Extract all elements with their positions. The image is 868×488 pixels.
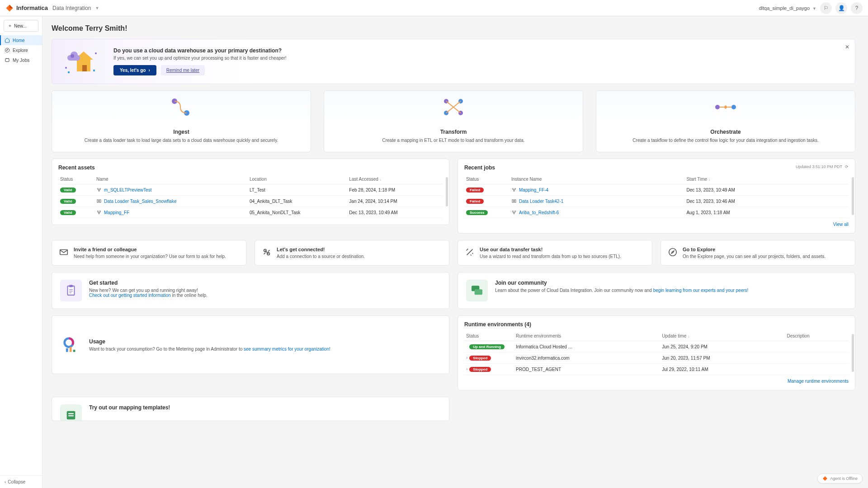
col-status[interactable]: Status bbox=[464, 331, 514, 341]
expand-icon[interactable]: › bbox=[466, 355, 467, 360]
col-location[interactable]: Location bbox=[248, 174, 347, 184]
svg-marker-1 bbox=[9, 5, 13, 8]
org-selector[interactable]: dltqa_simple_di_paygo ▼ bbox=[759, 5, 816, 11]
table-row[interactable]: ValidData Loader Task_Sales_Snowflake04_… bbox=[58, 196, 443, 207]
community-link[interactable]: begin learning from our experts and your… bbox=[653, 288, 749, 293]
col-updated[interactable]: Update time↓ bbox=[660, 331, 785, 341]
transform-illustration bbox=[324, 91, 583, 123]
scrollbar[interactable] bbox=[852, 177, 854, 215]
card-explore[interactable]: Go to ExploreOn the Explore page, you ca… bbox=[660, 240, 855, 266]
chat-icon bbox=[466, 280, 488, 301]
refresh-icon[interactable]: ⟳ bbox=[845, 164, 849, 169]
help-icon[interactable]: ? bbox=[851, 2, 863, 14]
card-transfer[interactable]: Use our data transfer task!Use a wizard … bbox=[458, 240, 652, 266]
updated-cell: Jun 25, 2024, 9:20 PM bbox=[660, 341, 785, 352]
svg-point-20 bbox=[731, 105, 736, 109]
svg-rect-54 bbox=[70, 347, 72, 352]
asset-link[interactable]: m_SQLELTPreviewTest bbox=[104, 188, 151, 192]
card-connected[interactable]: Let's get connected!Add a connection to … bbox=[255, 240, 449, 266]
sidebar-item-explore[interactable]: Explore bbox=[0, 45, 42, 55]
svg-point-19 bbox=[715, 105, 720, 109]
logo[interactable]: Informatica Data Integration ▼ bbox=[5, 4, 99, 12]
table-row[interactable]: ValidMapping_FF05_Ankita_NonDLT_TaskDec … bbox=[58, 207, 443, 218]
table-row[interactable]: ›StoppedPROD_TEST_AGENTJul 29, 2022, 10:… bbox=[464, 364, 849, 375]
location-cell: 05_Ankita_NonDLT_Task bbox=[248, 207, 347, 218]
accessed-cell: Jan 24, 2024, 10:14 PM bbox=[347, 196, 443, 207]
status-badge: Stopped bbox=[469, 356, 491, 361]
svg-point-25 bbox=[100, 188, 101, 189]
table-row[interactable]: ›Up and RunningInformatica Cloud Hosted … bbox=[464, 341, 849, 352]
close-icon[interactable]: ✕ bbox=[845, 44, 849, 50]
svg-rect-27 bbox=[97, 200, 99, 202]
col-status[interactable]: Status bbox=[464, 174, 509, 184]
col-instance[interactable]: Instance Name bbox=[509, 174, 684, 184]
status-badge: Stopped bbox=[469, 367, 491, 372]
svg-rect-53 bbox=[66, 348, 68, 352]
template-icon bbox=[60, 404, 82, 421]
svg-point-34 bbox=[514, 191, 514, 192]
svg-rect-7 bbox=[82, 65, 87, 71]
scrollbar[interactable] bbox=[446, 177, 448, 206]
notification-icon[interactable]: ⚐ bbox=[820, 2, 832, 14]
user-icon[interactable]: 👤 bbox=[835, 2, 847, 14]
col-accessed[interactable]: Last Accessed↓ bbox=[347, 174, 443, 184]
table-row[interactable]: SuccessAriba_to_Redshift-6Aug 1, 2023, 1… bbox=[464, 207, 849, 218]
job-link[interactable]: Data Loader Task42-1 bbox=[519, 199, 563, 204]
card-desc: New here? We can get you up and running … bbox=[89, 288, 441, 298]
col-env[interactable]: Runtime environments bbox=[514, 331, 660, 341]
updated-time: Updated 3:51:10 PM PDT bbox=[796, 164, 842, 169]
runtime-panel: Runtime environments (4) Status Runtime … bbox=[458, 315, 855, 390]
sidebar-item-label: Explore bbox=[13, 48, 28, 53]
desc-cell bbox=[785, 352, 849, 364]
table-row[interactable]: Validm_SQLELTPreviewTestLT_TestFeb 28, 2… bbox=[58, 184, 443, 196]
card-desc: Need help from someone in your organizat… bbox=[74, 254, 240, 259]
sidebar-item-home[interactable]: Home bbox=[0, 35, 42, 45]
table-row[interactable]: ›Stoppedinvircon32.informatica.comJun 20… bbox=[464, 352, 849, 364]
card-desc: Learn about the power of Cloud Data Inte… bbox=[495, 288, 847, 293]
get-started-link[interactable]: Check out our getting started informatio… bbox=[89, 293, 171, 298]
svg-point-39 bbox=[514, 213, 514, 214]
card-invite[interactable]: Invite a friend or colleagueNeed help fr… bbox=[52, 240, 246, 266]
card-title: Use our data transfer task! bbox=[480, 247, 646, 252]
card-title: Try out our mapping templates! bbox=[89, 404, 441, 411]
manage-runtime-link[interactable]: Manage runtime environments bbox=[788, 379, 849, 384]
card-desc: Add a connection to a source or destinat… bbox=[277, 254, 443, 259]
usage-link[interactable]: see summary metrics for your organizatio… bbox=[244, 347, 330, 352]
col-start[interactable]: Start Time↓ bbox=[684, 174, 849, 184]
topbar: Informatica Data Integration ▼ dltqa_sim… bbox=[0, 0, 868, 16]
scrollbar[interactable] bbox=[852, 334, 854, 372]
svg-point-37 bbox=[513, 211, 514, 212]
svg-rect-28 bbox=[99, 200, 101, 202]
table-row[interactable]: FailedMapping_FF-4Dec 13, 2023, 10:49 AM bbox=[464, 184, 849, 196]
col-desc[interactable]: Description bbox=[785, 331, 849, 341]
banner-title: Do you use a cloud data warehouse as you… bbox=[113, 47, 847, 54]
sidebar-item-myjobs[interactable]: My Jobs bbox=[0, 55, 42, 65]
expand-icon[interactable]: › bbox=[466, 366, 467, 371]
wand-icon bbox=[464, 247, 475, 258]
job-link[interactable]: Ariba_to_Redshift-6 bbox=[519, 210, 559, 215]
new-button[interactable]: ＋New... bbox=[4, 20, 38, 32]
asset-link[interactable]: Mapping_FF bbox=[104, 210, 129, 215]
col-name[interactable]: Name bbox=[94, 174, 248, 184]
job-link[interactable]: Mapping_FF-4 bbox=[519, 188, 548, 192]
tile-transform[interactable]: Transform Create a mapping in ETL or ELT… bbox=[324, 90, 583, 152]
community-card: Join our community Learn about the power… bbox=[458, 272, 855, 309]
card-title: Let's get connected! bbox=[277, 247, 443, 252]
tile-ingest[interactable]: Ingest Create a data loader task to load… bbox=[52, 90, 311, 152]
col-status[interactable]: Status bbox=[58, 174, 94, 184]
tile-orchestrate[interactable]: Orchestrate Create a taskflow to define … bbox=[596, 90, 855, 152]
collapse-button[interactable]: ‹Collapse bbox=[0, 475, 42, 488]
table-row[interactable]: FailedData Loader Task42-1Dec 13, 2023, … bbox=[464, 196, 849, 207]
panel-title: Recent jobs bbox=[464, 164, 849, 171]
recent-assets-panel: Recent assets Status Name Location Last … bbox=[52, 159, 449, 225]
agent-status-pill[interactable]: Agent is Offline bbox=[817, 474, 863, 483]
tile-title: Transform bbox=[324, 129, 583, 135]
app-name[interactable]: Data Integration bbox=[52, 5, 91, 11]
asset-link[interactable]: Data Loader Task_Sales_Snowflake bbox=[104, 199, 176, 204]
chevron-left-icon: ‹ bbox=[5, 479, 6, 484]
view-all-link[interactable]: View all bbox=[833, 222, 849, 227]
yes-lets-go-button[interactable]: Yes, let's go› bbox=[113, 65, 156, 75]
sidebar: ＋New... Home Explore My Jobs ‹Collapse bbox=[0, 16, 42, 488]
svg-point-42 bbox=[267, 253, 270, 255]
remind-later-button[interactable]: Remind me later bbox=[161, 65, 205, 75]
